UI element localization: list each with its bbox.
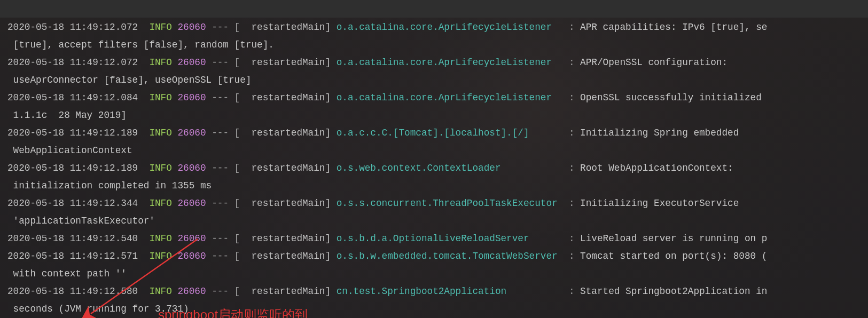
log-colon: : bbox=[569, 128, 580, 138]
log-logger: o.a.c.c.C.[Tomcat].[localhost].[/] bbox=[337, 128, 569, 138]
log-timestamp: 2020-05-18 11:49:12.189 bbox=[7, 163, 138, 173]
log-separator: --- [ bbox=[206, 233, 240, 244]
log-timestamp: 2020-05-18 11:49:12.072 bbox=[7, 22, 138, 33]
log-separator: --- [ bbox=[206, 128, 240, 138]
log-line-continuation: initialization completed in 1355 ms bbox=[7, 177, 868, 195]
log-colon: : bbox=[569, 198, 580, 209]
log-colon: : bbox=[569, 233, 580, 244]
log-logger: o.s.web.context.ContextLoader bbox=[337, 163, 569, 173]
log-separator: --- [ bbox=[206, 251, 240, 261]
log-message: Tomcat started on port(s): 8080 ( bbox=[580, 251, 767, 261]
log-line-continuation: [true], accept filters [false], random [… bbox=[7, 36, 868, 54]
log-separator: --- [ bbox=[206, 57, 240, 68]
log-line-continuation: 1.1.1c 28 May 2019] bbox=[7, 107, 868, 124]
log-message: APR capabilities: IPv6 [true], se bbox=[580, 22, 767, 33]
log-timestamp: 2020-05-18 11:49:12.072 bbox=[7, 57, 138, 68]
log-message: Root WebApplicationContext: bbox=[580, 163, 733, 173]
log-timestamp: 2020-05-18 11:49:12.189 bbox=[7, 128, 138, 138]
log-colon: : bbox=[569, 251, 580, 261]
log-thread: restartedMain] bbox=[240, 251, 336, 261]
log-logger: o.a.catalina.core.AprLifecycleListener bbox=[337, 22, 569, 33]
log-separator: --- [ bbox=[206, 198, 240, 209]
log-line: 2020-05-18 11:49:12.189 INFO 26060 --- [… bbox=[7, 160, 868, 177]
log-pid: 26060 bbox=[177, 233, 206, 244]
log-logger: o.s.s.concurrent.ThreadPoolTaskExecutor bbox=[337, 198, 569, 209]
log-pid: 26060 bbox=[177, 163, 206, 173]
log-message: LiveReload server is running on p bbox=[580, 233, 767, 244]
log-level: INFO bbox=[149, 233, 171, 244]
log-logger: o.s.b.w.embedded.tomcat.TomcatWebServer bbox=[337, 251, 569, 261]
log-line: 2020-05-18 11:49:12.084 INFO 26060 --- [… bbox=[7, 89, 868, 107]
log-line-continuation: WebApplicationContext bbox=[7, 142, 868, 160]
log-pid: 26060 bbox=[177, 251, 206, 261]
log-timestamp: 2020-05-18 11:49:12.540 bbox=[7, 233, 138, 244]
log-thread: restartedMain] bbox=[240, 286, 336, 297]
log-colon: : bbox=[569, 92, 580, 103]
log-level: INFO bbox=[149, 198, 171, 209]
log-thread: restartedMain] bbox=[240, 57, 336, 68]
log-colon: : bbox=[569, 286, 580, 297]
log-line: 2020-05-18 11:49:12.189 INFO 26060 --- [… bbox=[7, 124, 868, 142]
log-thread: restartedMain] bbox=[240, 198, 336, 209]
log-line-continuation: with context path '' bbox=[7, 265, 868, 283]
log-thread: restartedMain] bbox=[240, 233, 336, 244]
log-message: Started Springboot2Application in bbox=[580, 286, 767, 297]
log-thread: restartedMain] bbox=[240, 22, 336, 33]
log-logger: o.s.b.d.a.OptionalLiveReloadServer bbox=[337, 233, 569, 244]
console-log-output[interactable]: 2020-05-18 11:49:12.072 INFO 26060 --- [… bbox=[7, 19, 868, 318]
log-pid: 26060 bbox=[177, 286, 206, 297]
log-message: Initializing ExecutorService bbox=[580, 198, 739, 209]
log-message: OpenSSL successfully initialized bbox=[580, 92, 762, 103]
annotation-text: springboot启动则监听的到 bbox=[158, 306, 308, 318]
log-separator: --- [ bbox=[206, 286, 240, 297]
log-line-continuation: 'applicationTaskExecutor' bbox=[7, 212, 868, 230]
log-line: 2020-05-18 11:49:12.344 INFO 26060 --- [… bbox=[7, 195, 868, 212]
log-timestamp: 2020-05-18 11:49:12.571 bbox=[7, 251, 138, 261]
log-logger: cn.test.Springboot2Application bbox=[337, 286, 569, 297]
log-colon: : bbox=[569, 57, 580, 68]
log-colon: : bbox=[569, 22, 580, 33]
log-level: INFO bbox=[149, 286, 171, 297]
log-separator: --- [ bbox=[206, 22, 240, 33]
log-line: 2020-05-18 11:49:12.072 INFO 26060 --- [… bbox=[7, 19, 868, 36]
log-pid: 26060 bbox=[177, 128, 206, 138]
log-level: INFO bbox=[149, 251, 171, 261]
log-level: INFO bbox=[149, 163, 171, 173]
log-timestamp: 2020-05-18 11:49:12.580 bbox=[7, 286, 138, 297]
log-thread: restartedMain] bbox=[240, 128, 336, 138]
log-logger: o.a.catalina.core.AprLifecycleListener bbox=[337, 92, 569, 103]
log-timestamp: 2020-05-18 11:49:12.084 bbox=[7, 92, 138, 103]
log-level: INFO bbox=[149, 128, 171, 138]
log-line: 2020-05-18 11:49:12.580 INFO 26060 --- [… bbox=[7, 283, 868, 300]
log-thread: restartedMain] bbox=[240, 163, 336, 173]
log-pid: 26060 bbox=[177, 198, 206, 209]
log-level: INFO bbox=[149, 92, 171, 103]
log-separator: --- [ bbox=[206, 163, 240, 173]
log-message: Initializing Spring embedded bbox=[580, 128, 739, 138]
log-level: INFO bbox=[149, 57, 171, 68]
log-line: 2020-05-18 11:49:12.571 INFO 26060 --- [… bbox=[7, 248, 868, 265]
log-line-continuation: seconds (JVM running for 3.731) bbox=[7, 300, 868, 318]
log-line: 2020-05-18 11:49:12.072 INFO 26060 --- [… bbox=[7, 54, 868, 71]
log-line: 2020-05-18 11:49:12.540 INFO 26060 --- [… bbox=[7, 230, 868, 248]
log-message: APR/OpenSSL configuration: bbox=[580, 57, 728, 68]
log-pid: 26060 bbox=[177, 57, 206, 68]
log-separator: --- [ bbox=[206, 92, 240, 103]
log-timestamp: 2020-05-18 11:49:12.344 bbox=[7, 198, 138, 209]
log-pid: 26060 bbox=[177, 22, 206, 33]
log-pid: 26060 bbox=[177, 92, 206, 103]
log-logger: o.a.catalina.core.AprLifecycleListener bbox=[337, 57, 569, 68]
log-line-continuation: useAprConnector [false], useOpenSSL [tru… bbox=[7, 71, 868, 89]
log-thread: restartedMain] bbox=[240, 92, 336, 103]
log-level: INFO bbox=[149, 22, 171, 33]
log-colon: : bbox=[569, 163, 580, 173]
